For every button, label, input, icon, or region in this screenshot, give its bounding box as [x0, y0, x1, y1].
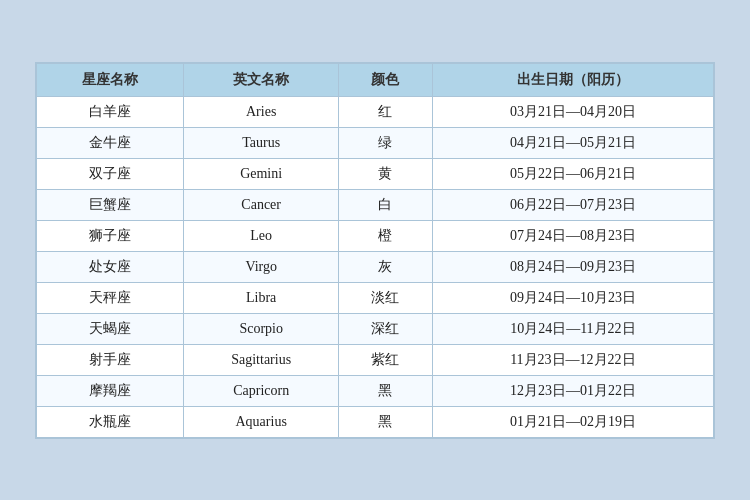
column-header-1: 英文名称: [184, 63, 339, 96]
table-cell-r0-c2: 红: [339, 96, 433, 127]
table-cell-r3-c3: 06月22日—07月23日: [432, 189, 713, 220]
table-row: 双子座Gemini黄05月22日—06月21日: [37, 158, 714, 189]
table-cell-r7-c0: 天蝎座: [37, 313, 184, 344]
zodiac-table: 星座名称英文名称颜色出生日期（阳历） 白羊座Aries红03月21日—04月20…: [36, 63, 714, 438]
table-cell-r0-c1: Aries: [184, 96, 339, 127]
table-cell-r8-c3: 11月23日—12月22日: [432, 344, 713, 375]
table-cell-r9-c0: 摩羯座: [37, 375, 184, 406]
table-row: 狮子座Leo橙07月24日—08月23日: [37, 220, 714, 251]
table-cell-r10-c3: 01月21日—02月19日: [432, 406, 713, 437]
table-cell-r1-c0: 金牛座: [37, 127, 184, 158]
zodiac-table-wrapper: 星座名称英文名称颜色出生日期（阳历） 白羊座Aries红03月21日—04月20…: [35, 62, 715, 439]
table-cell-r5-c3: 08月24日—09月23日: [432, 251, 713, 282]
table-cell-r9-c1: Capricorn: [184, 375, 339, 406]
table-cell-r3-c1: Cancer: [184, 189, 339, 220]
table-cell-r8-c0: 射手座: [37, 344, 184, 375]
table-header-row: 星座名称英文名称颜色出生日期（阳历）: [37, 63, 714, 96]
table-cell-r3-c2: 白: [339, 189, 433, 220]
table-cell-r2-c0: 双子座: [37, 158, 184, 189]
column-header-0: 星座名称: [37, 63, 184, 96]
column-header-2: 颜色: [339, 63, 433, 96]
table-cell-r2-c2: 黄: [339, 158, 433, 189]
table-cell-r1-c1: Taurus: [184, 127, 339, 158]
table-cell-r3-c0: 巨蟹座: [37, 189, 184, 220]
table-cell-r9-c3: 12月23日—01月22日: [432, 375, 713, 406]
table-cell-r2-c1: Gemini: [184, 158, 339, 189]
table-row: 巨蟹座Cancer白06月22日—07月23日: [37, 189, 714, 220]
table-cell-r4-c0: 狮子座: [37, 220, 184, 251]
table-cell-r6-c2: 淡红: [339, 282, 433, 313]
table-cell-r4-c2: 橙: [339, 220, 433, 251]
table-cell-r4-c3: 07月24日—08月23日: [432, 220, 713, 251]
table-cell-r5-c0: 处女座: [37, 251, 184, 282]
table-cell-r9-c2: 黑: [339, 375, 433, 406]
column-header-3: 出生日期（阳历）: [432, 63, 713, 96]
table-row: 摩羯座Capricorn黑12月23日—01月22日: [37, 375, 714, 406]
table-cell-r10-c2: 黑: [339, 406, 433, 437]
table-row: 处女座Virgo灰08月24日—09月23日: [37, 251, 714, 282]
table-cell-r7-c2: 深红: [339, 313, 433, 344]
table-cell-r5-c2: 灰: [339, 251, 433, 282]
table-cell-r0-c0: 白羊座: [37, 96, 184, 127]
table-cell-r6-c1: Libra: [184, 282, 339, 313]
table-cell-r4-c1: Leo: [184, 220, 339, 251]
table-cell-r7-c1: Scorpio: [184, 313, 339, 344]
table-row: 金牛座Taurus绿04月21日—05月21日: [37, 127, 714, 158]
table-cell-r6-c3: 09月24日—10月23日: [432, 282, 713, 313]
table-row: 天蝎座Scorpio深红10月24日—11月22日: [37, 313, 714, 344]
table-cell-r8-c1: Sagittarius: [184, 344, 339, 375]
table-cell-r5-c1: Virgo: [184, 251, 339, 282]
table-cell-r2-c3: 05月22日—06月21日: [432, 158, 713, 189]
table-cell-r8-c2: 紫红: [339, 344, 433, 375]
table-cell-r10-c1: Aquarius: [184, 406, 339, 437]
table-row: 射手座Sagittarius紫红11月23日—12月22日: [37, 344, 714, 375]
table-cell-r0-c3: 03月21日—04月20日: [432, 96, 713, 127]
table-cell-r7-c3: 10月24日—11月22日: [432, 313, 713, 344]
table-cell-r1-c2: 绿: [339, 127, 433, 158]
table-row: 水瓶座Aquarius黑01月21日—02月19日: [37, 406, 714, 437]
table-cell-r10-c0: 水瓶座: [37, 406, 184, 437]
table-row: 白羊座Aries红03月21日—04月20日: [37, 96, 714, 127]
table-cell-r1-c3: 04月21日—05月21日: [432, 127, 713, 158]
table-body: 白羊座Aries红03月21日—04月20日金牛座Taurus绿04月21日—0…: [37, 96, 714, 437]
table-row: 天秤座Libra淡红09月24日—10月23日: [37, 282, 714, 313]
table-cell-r6-c0: 天秤座: [37, 282, 184, 313]
